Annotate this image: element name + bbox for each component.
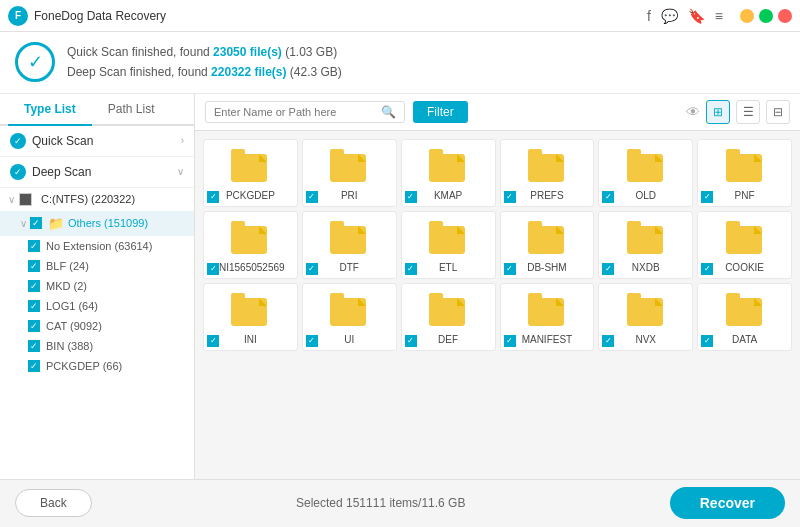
sidebar-sub-item[interactable]: ✓ PCKGDEP (66) (0, 356, 194, 376)
scan-info: Quick Scan finished, found 23050 file(s)… (67, 42, 342, 83)
file-item[interactable]: NXDB ✓ (598, 211, 693, 279)
file-checkbox[interactable]: ✓ (306, 191, 318, 203)
sidebar-sub-item[interactable]: ✓ LOG1 (64) (0, 296, 194, 316)
quick-scan-arrow-icon: › (181, 135, 184, 146)
file-name: DEF (438, 334, 458, 346)
file-checkbox[interactable]: ✓ (405, 191, 417, 203)
file-checkbox[interactable]: ✓ (602, 191, 614, 203)
chat-icon[interactable]: 💬 (661, 8, 678, 24)
file-checkbox[interactable]: ✓ (306, 335, 318, 347)
file-item[interactable]: DB-SHM ✓ (500, 211, 595, 279)
sub-item-label: PCKGDEP (66) (46, 360, 122, 372)
file-item[interactable]: DEF ✓ (401, 283, 496, 351)
sub-item-label: BLF (24) (46, 260, 89, 272)
file-checkbox[interactable]: ✓ (602, 263, 614, 275)
list-view-button[interactable]: ☰ (736, 100, 760, 124)
sidebar-sub-item[interactable]: ✓ No Extension (63614) (0, 236, 194, 256)
file-checkbox[interactable]: ✓ (602, 335, 614, 347)
sub-item-checkbox[interactable]: ✓ (28, 320, 40, 332)
file-item[interactable]: MANIFEST ✓ (500, 283, 595, 351)
back-button[interactable]: Back (15, 489, 92, 517)
search-box[interactable]: 🔍 (205, 101, 405, 123)
file-name: KMAP (434, 190, 462, 202)
menu-icon[interactable]: ≡ (715, 8, 723, 24)
quick-scan-check-icon: ✓ (10, 133, 26, 149)
file-item[interactable]: OLD ✓ (598, 139, 693, 207)
sidebar-item-others[interactable]: ∨ ✓ 📁 Others (151099) (0, 211, 194, 236)
file-item[interactable]: PCKGDEP ✓ (203, 139, 298, 207)
sub-item-checkbox[interactable]: ✓ (28, 280, 40, 292)
folder-icon (330, 292, 368, 330)
file-item[interactable]: DTF ✓ (302, 211, 397, 279)
file-name: ETL (439, 262, 457, 274)
file-item[interactable]: COOKIE ✓ (697, 211, 792, 279)
folder-icon (429, 292, 467, 330)
file-checkbox[interactable]: ✓ (207, 191, 219, 203)
minimize-button[interactable] (740, 9, 754, 23)
file-item[interactable]: ETL ✓ (401, 211, 496, 279)
file-item[interactable]: UI ✓ (302, 283, 397, 351)
file-checkbox[interactable]: ✓ (207, 263, 219, 275)
title-bar-icons: f 💬 🔖 ≡ (647, 8, 723, 24)
others-checkbox[interactable]: ✓ (30, 217, 42, 229)
file-checkbox[interactable]: ✓ (701, 191, 713, 203)
deep-scan-label: Deep Scan (32, 165, 91, 179)
folder-icon (231, 220, 269, 258)
sub-item-checkbox[interactable]: ✓ (28, 240, 40, 252)
file-item[interactable]: KMAP ✓ (401, 139, 496, 207)
file-checkbox[interactable]: ✓ (701, 263, 713, 275)
file-item[interactable]: PREFS ✓ (500, 139, 595, 207)
sidebar-sub-item[interactable]: ✓ CAT (9092) (0, 316, 194, 336)
drive-label: C:(NTFS) (220322) (41, 193, 135, 205)
filter-button[interactable]: Filter (413, 101, 468, 123)
bookmark-icon[interactable]: 🔖 (688, 8, 705, 24)
file-checkbox[interactable]: ✓ (306, 263, 318, 275)
file-checkbox[interactable]: ✓ (207, 335, 219, 347)
others-folder-icon: 📁 (48, 216, 64, 231)
folder-icon (627, 220, 665, 258)
app-title: FoneDog Data Recovery (34, 9, 647, 23)
main-container: Type List Path List ✓ Quick Scan › ✓ Dee… (0, 94, 800, 479)
file-checkbox[interactable]: ✓ (701, 335, 713, 347)
grid-view-button[interactable]: ⊞ (706, 100, 730, 124)
close-button[interactable] (778, 9, 792, 23)
file-item[interactable]: NVX ✓ (598, 283, 693, 351)
file-name: PRI (341, 190, 358, 202)
folder-icon (726, 220, 764, 258)
detail-view-button[interactable]: ⊟ (766, 100, 790, 124)
file-name: DATA (732, 334, 757, 346)
file-checkbox[interactable]: ✓ (504, 263, 516, 275)
recover-button[interactable]: Recover (670, 487, 785, 519)
sidebar-item-drive[interactable]: ∨ C:(NTFS) (220322) (0, 188, 194, 211)
eye-icon[interactable]: 👁 (686, 104, 700, 120)
facebook-icon[interactable]: f (647, 8, 651, 24)
file-checkbox[interactable]: ✓ (405, 263, 417, 275)
file-item[interactable]: DATA ✓ (697, 283, 792, 351)
sub-item-label: CAT (9092) (46, 320, 102, 332)
sidebar-item-deep-scan[interactable]: ✓ Deep Scan ∨ (0, 157, 194, 188)
file-item[interactable]: INI ✓ (203, 283, 298, 351)
title-bar: F FoneDog Data Recovery f 💬 🔖 ≡ (0, 0, 800, 32)
sub-item-checkbox[interactable]: ✓ (28, 340, 40, 352)
maximize-button[interactable] (759, 9, 773, 23)
sub-item-checkbox[interactable]: ✓ (28, 260, 40, 272)
drive-checkbox[interactable] (19, 193, 32, 206)
file-item[interactable]: INI1565052569 ✓ (203, 211, 298, 279)
sub-item-checkbox[interactable]: ✓ (28, 360, 40, 372)
sidebar-sub-item[interactable]: ✓ BLF (24) (0, 256, 194, 276)
search-input[interactable] (214, 106, 381, 118)
deep-scan-info: Deep Scan finished, found 220322 file(s)… (67, 62, 342, 82)
sub-item-checkbox[interactable]: ✓ (28, 300, 40, 312)
file-checkbox[interactable]: ✓ (405, 335, 417, 347)
sidebar-sub-item[interactable]: ✓ BIN (388) (0, 336, 194, 356)
file-name: NXDB (632, 262, 660, 274)
file-checkbox[interactable]: ✓ (504, 335, 516, 347)
file-checkbox[interactable]: ✓ (504, 191, 516, 203)
file-item[interactable]: PRI ✓ (302, 139, 397, 207)
file-item[interactable]: PNF ✓ (697, 139, 792, 207)
tab-path-list[interactable]: Path List (92, 94, 171, 126)
sidebar-sub-item[interactable]: ✓ MKD (2) (0, 276, 194, 296)
sidebar-item-quick-scan[interactable]: ✓ Quick Scan › (0, 126, 194, 157)
file-name: OLD (635, 190, 656, 202)
tab-type-list[interactable]: Type List (8, 94, 92, 126)
